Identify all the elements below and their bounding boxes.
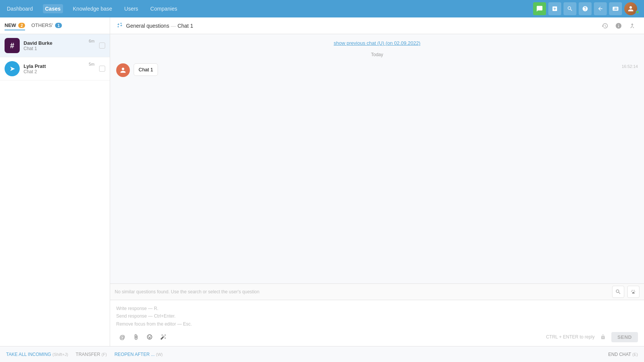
take-all-incoming-btn[interactable]: TAKE ALL INCOMING (Shift+J)	[6, 352, 68, 357]
status-indicator	[636, 10, 639, 14]
chat-time-david: 6m	[89, 39, 95, 43]
chat-info-lyla: Lyla Pratt Chat 2	[24, 63, 95, 74]
chat-sub-lyla: Chat 2	[24, 69, 95, 74]
chat-time-lyla: 5m	[89, 62, 95, 66]
mention-btn[interactable]: @	[116, 331, 128, 343]
header-actions	[599, 20, 638, 31]
user-avatar-area	[624, 2, 639, 15]
chat-name-lyla: Lyla Pratt	[24, 63, 95, 69]
message-content: Chat 1	[134, 63, 618, 76]
sidebar-tabs: NEW 2 OTHERS' 1	[0, 17, 110, 34]
tab-new-label: NEW	[5, 22, 16, 28]
search-icon-btn[interactable]	[564, 2, 576, 15]
branch-icon	[116, 22, 123, 30]
tab-others-badge: 1	[55, 23, 62, 28]
chat-header-title: General questions — Chat 1	[126, 23, 596, 29]
date-divider: Today	[116, 52, 638, 57]
main-layout: NEW 2 OTHERS' 1 # David Burke Chat 1 6m	[0, 17, 644, 346]
nav-users[interactable]: Users	[122, 4, 140, 13]
keyboard-icon-btn[interactable]	[609, 2, 622, 15]
attach-btn[interactable]	[130, 331, 142, 343]
nav-cases[interactable]: Cases	[43, 4, 63, 13]
back-icon-btn[interactable]	[594, 2, 607, 15]
send-button[interactable]: SEND	[611, 332, 638, 342]
chat-info-david: David Burke Chat 1	[24, 40, 95, 51]
suggestions-search-btn[interactable]	[612, 286, 624, 298]
add-icon-btn[interactable]	[548, 2, 561, 15]
prev-chat-link[interactable]: show previous chat (U) (on 02.09.2022)	[116, 40, 638, 46]
message-row: Chat 1 16:52:14	[116, 63, 638, 77]
message-time: 16:52:14	[622, 64, 638, 69]
chat-checkbox-david[interactable]	[99, 42, 105, 49]
nav-right-actions	[533, 2, 639, 15]
avatar[interactable]	[624, 2, 637, 15]
response-area: Write response — R. Send response — Ctrl…	[110, 300, 644, 346]
tab-others[interactable]: OTHERS' 1	[31, 21, 62, 30]
tab-others-label: OTHERS'	[31, 22, 53, 28]
send-section: CTRL + ENTER to reply SEND	[546, 332, 638, 342]
messages-area: show previous chat (U) (on 02.09.2022) T…	[110, 34, 644, 283]
prev-chat-date: (on 02.09.2022)	[385, 40, 420, 46]
end-chat-btn[interactable]: END CHAT (E)	[608, 352, 638, 357]
chat-item-david-burke[interactable]: # David Burke Chat 1 6m	[0, 34, 110, 57]
chat-icon-btn[interactable]	[533, 2, 546, 15]
suggestions-pet-btn[interactable]	[627, 286, 639, 298]
top-navigation: Dashboard Cases Knowledge base Users Com…	[0, 0, 644, 17]
tab-new-badge: 2	[18, 23, 25, 28]
chat-area: General questions — Chat 1 show previous…	[110, 17, 644, 346]
chat-name-david: David Burke	[24, 40, 95, 46]
merge-icon-btn[interactable]	[627, 20, 638, 31]
nav-companies[interactable]: Companies	[148, 4, 180, 13]
reopen-after-btn[interactable]: REOPEN AFTER ... (W)	[114, 352, 163, 357]
chat-item-lyla-pratt[interactable]: ➤ Lyla Pratt Chat 2 5m	[0, 57, 110, 80]
history-icon-btn[interactable]	[599, 20, 611, 31]
response-toolbar: @ CTRL + ENTER to reply SEND	[116, 328, 638, 343]
message-avatar	[116, 63, 130, 77]
nav-knowledge-base[interactable]: Knowledge base	[71, 4, 115, 13]
transfer-btn[interactable]: TRANSFER (F)	[76, 352, 107, 357]
tab-new[interactable]: NEW 2	[5, 21, 25, 30]
bottom-bar: TAKE ALL INCOMING (Shift+J) TRANSFER (F)…	[0, 346, 644, 362]
chat-avatar-telegram: ➤	[5, 61, 20, 76]
response-hints: Write response — R. Send response — Ctrl…	[116, 305, 638, 328]
message-bubble: Chat 1	[134, 63, 158, 76]
chat-avatar-slack: #	[5, 38, 20, 53]
chat-list: # David Burke Chat 1 6m ➤ Lyla Pratt Cha…	[0, 34, 110, 346]
lock-btn[interactable]	[598, 332, 608, 342]
chat-checkbox-lyla[interactable]	[99, 66, 105, 72]
suggestions-text: No similar questions found. Use the sear…	[115, 289, 609, 294]
help-icon-btn[interactable]	[579, 2, 592, 15]
format-btn[interactable]	[157, 331, 169, 343]
nav-dashboard[interactable]: Dashboard	[5, 4, 35, 13]
emoji-btn[interactable]	[144, 331, 156, 343]
chat-sub-david: Chat 1	[24, 46, 95, 51]
info-icon-btn[interactable]	[613, 20, 624, 31]
sidebar: NEW 2 OTHERS' 1 # David Burke Chat 1 6m	[0, 17, 110, 346]
suggestions-bar: No similar questions found. Use the sear…	[110, 283, 644, 300]
chat-header: General questions — Chat 1	[110, 17, 644, 34]
send-hint: CTRL + ENTER to reply	[546, 334, 595, 340]
